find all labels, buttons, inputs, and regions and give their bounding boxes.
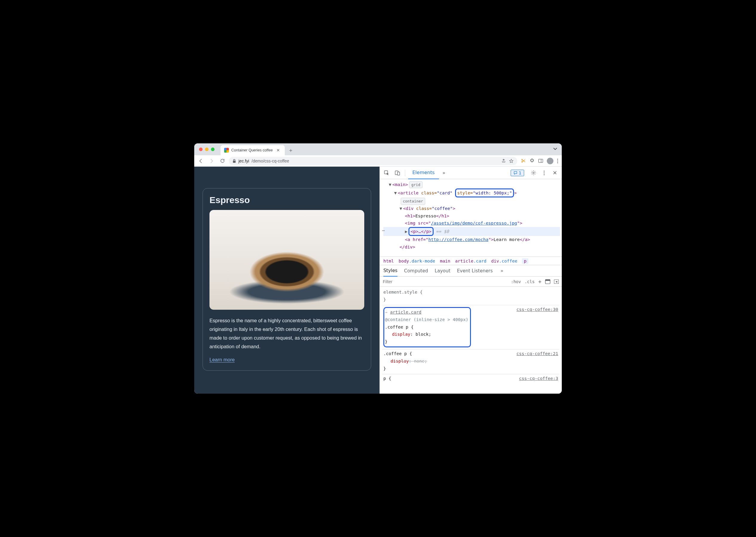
toolbar-actions xyxy=(520,158,559,164)
tab-computed[interactable]: Computed xyxy=(404,268,428,273)
minimize-window-button[interactable] xyxy=(205,147,208,151)
container-badge[interactable]: container xyxy=(401,198,425,205)
rule-source-link[interactable]: css-cq-coffee:30 xyxy=(516,306,558,313)
fullscreen-window-button[interactable] xyxy=(211,147,214,151)
url-path: /demo/css-cq-coffee xyxy=(251,159,289,163)
rule-element-style: element.style { } xyxy=(382,288,559,305)
devtools-close-icon[interactable]: ✕ xyxy=(551,168,559,178)
rule-container-query: css-cq-coffee:30 → article.card @contain… xyxy=(382,305,559,350)
svg-point-13 xyxy=(544,172,545,173)
rule-p: css-cq-coffee:3 p { xyxy=(382,374,559,384)
cls-toggle[interactable]: .cls xyxy=(524,279,535,284)
panel-icon[interactable] xyxy=(538,159,543,163)
profile-avatar[interactable] xyxy=(547,158,554,164)
elements-tree[interactable]: ▼<main>grid ▼<article class="card" style… xyxy=(380,179,562,257)
sidebar-toggle-icon[interactable]: ◀ xyxy=(554,279,559,284)
svg-point-6 xyxy=(557,160,558,161)
svg-rect-3 xyxy=(538,159,543,162)
highlight-style-attr: style="width: 500px;" xyxy=(455,188,514,198)
svg-point-14 xyxy=(544,174,545,175)
back-button[interactable] xyxy=(197,157,205,165)
share-icon[interactable] xyxy=(502,159,506,163)
content-split: Espresso Espresso is the name of a highl… xyxy=(194,167,562,393)
styles-pane[interactable]: element.style { } css-cq-coffee:30 → art… xyxy=(380,287,562,393)
rule-source-link[interactable]: css-cq-coffee:21 xyxy=(516,350,558,357)
reload-button[interactable] xyxy=(218,157,227,165)
hov-toggle[interactable]: :hov xyxy=(511,279,521,284)
settings-gear-icon[interactable] xyxy=(529,168,538,178)
issues-badge[interactable]: 1 xyxy=(511,170,524,176)
favicon xyxy=(224,148,229,153)
inspect-icon[interactable] xyxy=(382,168,391,178)
lock-icon xyxy=(233,159,236,163)
close-window-button[interactable] xyxy=(199,147,202,151)
styles-filter-bar: :hov .cls + ◀ xyxy=(380,276,562,287)
browser-tab[interactable]: Container Queries coffee ✕ xyxy=(221,145,285,155)
styles-filter-input[interactable] xyxy=(383,279,509,284)
toolbar: jec.fyi/demo/css-cq-coffee xyxy=(194,155,562,167)
devtools-topbar: Elements » 1 ✕ xyxy=(380,167,562,179)
scissors-icon[interactable] xyxy=(521,158,526,163)
rendered-page: Espresso Espresso is the name of a highl… xyxy=(194,167,379,393)
new-tab-button[interactable]: ＋ xyxy=(287,146,295,154)
extensions-icon[interactable] xyxy=(529,158,535,163)
tabs-overflow-icon[interactable]: » xyxy=(441,170,447,176)
browser-window: Container Queries coffee ✕ ＋ jec.fyi/dem… xyxy=(194,144,562,393)
coffee-card: Espresso Espresso is the name of a highl… xyxy=(202,188,371,371)
tab-overflow-button[interactable] xyxy=(553,146,557,151)
close-tab-button[interactable]: ✕ xyxy=(275,148,281,153)
card-title: Espresso xyxy=(209,195,364,205)
svg-point-7 xyxy=(557,162,558,163)
tab-event-listeners[interactable]: Event Listeners xyxy=(457,268,493,273)
selected-node[interactable]: ▶<p>…</p>== $0 xyxy=(383,227,560,236)
window-controls xyxy=(198,144,221,155)
learn-more-link[interactable]: Learn more xyxy=(209,357,235,362)
computed-toggle-icon[interactable] xyxy=(545,279,551,284)
titlebar: Container Queries coffee ✕ ＋ xyxy=(194,144,562,155)
svg-rect-0 xyxy=(233,161,236,163)
forward-button[interactable] xyxy=(207,157,216,165)
issues-count: 1 xyxy=(519,171,521,175)
address-bar[interactable]: jec.fyi/demo/css-cq-coffee xyxy=(229,157,517,165)
rule-source-link[interactable]: css-cq-coffee:3 xyxy=(519,375,558,382)
tab-elements[interactable]: Elements xyxy=(408,167,439,179)
new-rule-button[interactable]: + xyxy=(538,278,542,285)
tab-styles[interactable]: Styles xyxy=(383,265,397,276)
highlight-p-node: <p>…</p> xyxy=(409,227,433,236)
svg-rect-10 xyxy=(397,172,400,175)
a-href-link[interactable]: http://coffee.com/mocha xyxy=(428,237,489,242)
grid-badge[interactable]: grid xyxy=(409,181,422,188)
img-src-link[interactable]: /assets/img/demo/cof-espresso.jpg xyxy=(431,221,517,226)
coffee-image xyxy=(209,210,364,310)
svg-point-12 xyxy=(544,171,545,171)
url-host: jec.fyi xyxy=(239,159,249,163)
dom-breadcrumb[interactable]: html body.dark-mode main article.card di… xyxy=(380,257,562,265)
device-toggle-icon[interactable] xyxy=(393,168,402,178)
svg-rect-16 xyxy=(545,279,550,280)
star-icon[interactable] xyxy=(509,159,514,163)
styles-tabs: Styles Computed Layout Event Listeners » xyxy=(380,265,562,276)
svg-point-11 xyxy=(533,172,534,174)
svg-point-5 xyxy=(557,159,558,159)
highlight-container-rule: → article.card @container (inline-size >… xyxy=(383,307,471,347)
tab-title: Container Queries coffee xyxy=(231,148,273,152)
card-body: Espresso is the name of a highly concent… xyxy=(209,316,364,351)
devtools-kebab-icon[interactable] xyxy=(540,168,549,178)
styles-tabs-overflow-icon[interactable]: » xyxy=(501,268,503,273)
devtools: Elements » 1 ✕ ▼<main>grid ▼<article cla… xyxy=(379,167,562,393)
tab-layout[interactable]: Layout xyxy=(435,268,451,273)
kebab-menu-icon[interactable] xyxy=(557,159,558,163)
rule-coffee-p-overridden: css-cq-coffee:21 .coffee p { display: no… xyxy=(382,350,559,374)
